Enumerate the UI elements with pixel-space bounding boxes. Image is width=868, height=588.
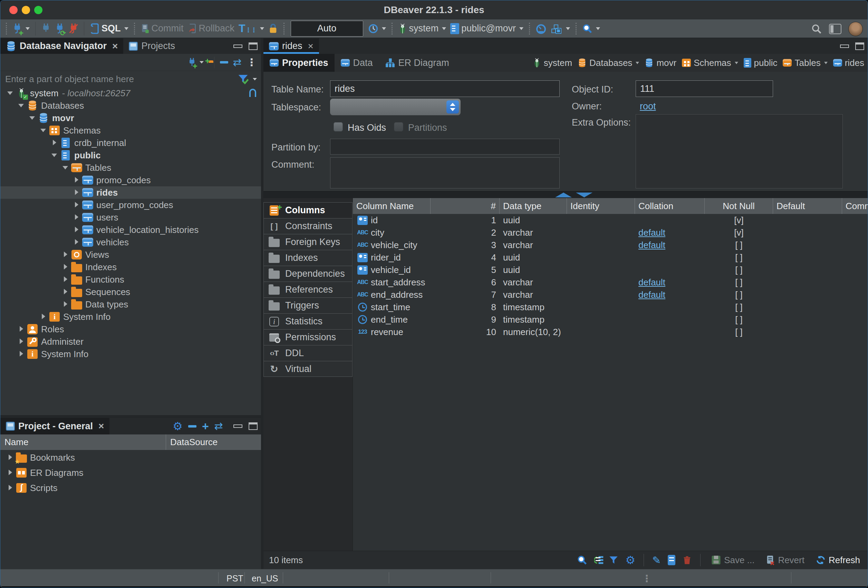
subtab-properties[interactable]: Properties	[263, 54, 335, 72]
project-item-bookmarks[interactable]: Bookmarks	[0, 450, 261, 465]
section-tab-ddl[interactable]: DDL	[263, 345, 353, 361]
table-row[interactable]: start_address 6 varchar default [ ]	[353, 276, 868, 289]
delete-trash-icon[interactable]	[682, 555, 692, 565]
table-row[interactable]: end_address 7 varchar default [ ]	[353, 289, 868, 301]
tree-item-promo-codes[interactable]: promo_codes	[0, 174, 261, 186]
header-not-null[interactable]: Not Null	[705, 198, 773, 214]
minimize-editor-icon[interactable]	[840, 44, 849, 48]
chevron-expanded-icon[interactable]	[49, 150, 60, 161]
header-column-name[interactable]: Column Name	[353, 198, 431, 214]
owner-link[interactable]: root	[640, 101, 656, 112]
tablespace-select[interactable]	[330, 99, 461, 115]
breadcrumb-system[interactable]: system	[533, 57, 572, 68]
chevron-collapsed-icon[interactable]	[71, 187, 82, 198]
section-tab-permissions[interactable]: Permissions	[263, 329, 353, 345]
section-tab-triggers[interactable]: Triggers	[263, 298, 353, 313]
tree-item-movr[interactable]: movr	[0, 112, 261, 124]
chevron-collapsed-icon[interactable]	[5, 483, 16, 493]
tree-item-vehicle-location-histories[interactable]: vehicle_location_histories	[0, 224, 261, 236]
header-identity[interactable]: Identity	[567, 198, 635, 214]
transaction-log-button[interactable]: T⋮⋮	[239, 22, 264, 35]
tree-item-vehicles[interactable]: vehicles	[0, 236, 261, 248]
breadcrumb-movr[interactable]: movr	[645, 57, 676, 68]
lock-button[interactable]	[268, 23, 278, 34]
tree-item-administer[interactable]: Administer	[0, 335, 261, 348]
dashboard-button[interactable]	[536, 23, 546, 34]
partition-by-input[interactable]	[330, 139, 559, 155]
tree-item-sequences[interactable]: Sequences	[0, 286, 261, 298]
new-connection-button[interactable]: +	[12, 23, 30, 34]
collation-link[interactable]: default	[638, 227, 665, 238]
tree-item-schemas[interactable]: Schemas	[0, 124, 261, 137]
reconnect-button[interactable]: ⟳	[55, 23, 65, 34]
form-grid-sash[interactable]	[263, 191, 868, 198]
minimize-panel-icon[interactable]	[233, 44, 242, 48]
table-row[interactable]: vehicle_id 5 uuid [ ]	[353, 264, 868, 276]
header-number[interactable]: #	[431, 198, 500, 214]
tab-database-navigator[interactable]: Database Navigator ×	[0, 38, 123, 54]
extra-options-textarea[interactable]	[636, 114, 843, 189]
editor-tab-rides[interactable]: rides ×	[263, 38, 319, 54]
search-button[interactable]	[582, 24, 600, 34]
table-row[interactable]: revenue 10 numeric(10, 2) [ ]	[353, 326, 868, 338]
header-comment[interactable]: Comment	[842, 198, 868, 214]
tree-item-tables[interactable]: Tables	[0, 162, 261, 174]
chevron-expanded-icon[interactable]	[16, 100, 27, 111]
quick-search-icon[interactable]	[811, 24, 822, 34]
active-connection-select[interactable]: system	[398, 23, 446, 34]
chevron-expanded-icon[interactable]	[5, 88, 16, 98]
maximize-panel-icon[interactable]	[249, 422, 258, 430]
link-editor-icon[interactable]: ⇄	[214, 421, 223, 431]
revert-button[interactable]: Revert	[765, 555, 805, 566]
chevron-collapsed-icon[interactable]	[61, 287, 71, 297]
header-default[interactable]: Default	[773, 198, 842, 214]
refresh-button[interactable]: Refresh	[815, 555, 860, 566]
has-oids-checkbox[interactable]	[334, 122, 343, 131]
horizontal-splitter[interactable]	[0, 415, 261, 418]
close-icon[interactable]: ×	[308, 41, 313, 52]
object-id-input[interactable]	[636, 80, 773, 97]
breadcrumb-tables[interactable]: Tables	[783, 57, 827, 68]
connect-button[interactable]	[41, 23, 51, 34]
chevron-collapsed-icon[interactable]	[71, 237, 82, 248]
chevron-collapsed-icon[interactable]	[5, 452, 16, 463]
tree-item-users[interactable]: users	[0, 211, 261, 224]
commit-mode-select[interactable]: Auto	[291, 21, 363, 37]
table-row[interactable]: rider_id 4 uuid [ ]	[353, 251, 868, 264]
column-header-datasource[interactable]: DataSource	[166, 437, 217, 448]
tree-item-system-info[interactable]: System Info	[0, 348, 261, 360]
tree-item-databases[interactable]: Databases	[0, 99, 261, 112]
chevron-expanded-icon[interactable]	[61, 162, 71, 173]
chevron-collapsed-icon[interactable]	[16, 349, 27, 359]
sql-editor-button[interactable]: SQL	[90, 23, 128, 34]
breadcrumb-databases[interactable]: Databases	[578, 57, 639, 68]
tab-projects[interactable]: Projects	[123, 38, 180, 54]
avatar[interactable]	[848, 22, 863, 36]
object-filter-input[interactable]	[4, 74, 235, 85]
collapse-all-icon[interactable]	[220, 61, 228, 63]
sync-columns-icon[interactable]	[594, 555, 602, 565]
subtab-data[interactable]: Data	[335, 54, 379, 72]
tree-item-system[interactable]: system - localhost:26257	[0, 87, 261, 99]
chevron-collapsed-icon[interactable]	[71, 225, 82, 235]
gear-icon[interactable]: ⚙	[625, 554, 635, 566]
section-tab-constraints[interactable]: Constraints	[263, 218, 353, 234]
new-connection-small-button[interactable]: +	[188, 57, 204, 68]
tree-item-functions[interactable]: Functions	[0, 273, 261, 286]
chevron-collapsed-icon[interactable]	[61, 299, 71, 309]
section-tab-foreign-keys[interactable]: Foreign Keys	[263, 234, 353, 250]
vertical-splitter[interactable]	[261, 38, 263, 569]
view-menu-icon[interactable]: ⋮	[247, 57, 257, 68]
save-button[interactable]: Save ...	[711, 555, 754, 566]
table-row[interactable]: vehicle_city 3 varchar default [ ]	[353, 239, 868, 251]
project-item-er-diagrams[interactable]: ER Diagrams	[0, 465, 261, 480]
transaction-history-button[interactable]	[368, 24, 386, 34]
minimize-panel-icon[interactable]	[233, 424, 242, 428]
close-icon[interactable]: ×	[98, 421, 104, 432]
breadcrumb-rides[interactable]: rides	[833, 57, 864, 68]
section-tab-dependencies[interactable]: Dependencies	[263, 266, 353, 281]
tree-item-rides[interactable]: rides	[0, 186, 261, 199]
columns-config-icon[interactable]	[668, 555, 675, 565]
rollback-button[interactable]: Rollback	[188, 23, 235, 34]
collapse-all-icon[interactable]	[188, 425, 196, 427]
